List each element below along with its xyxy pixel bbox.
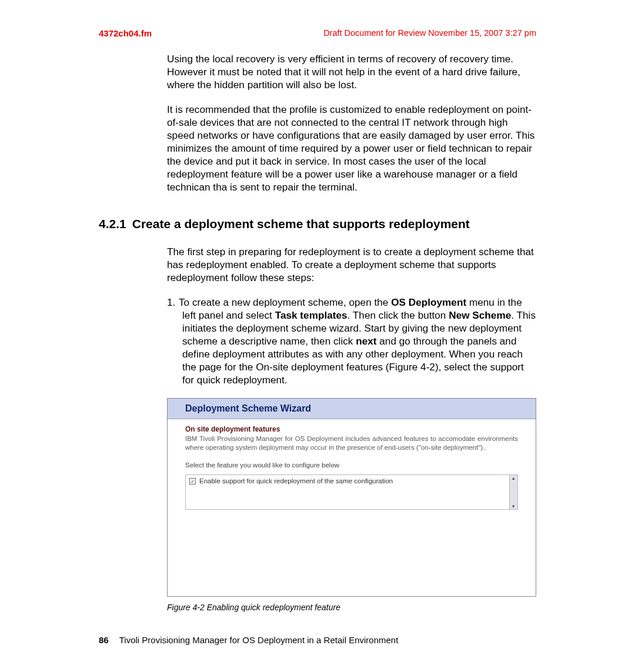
wizard-subheading: On site deployment features: [185, 425, 518, 433]
document-page: 4372ch04.fm Draft Document for Review No…: [0, 0, 635, 672]
section-number: 4.2.1: [99, 217, 126, 230]
header-filename: 4372ch04.fm: [99, 28, 152, 38]
section-heading: 4.2.1Create a deployment scheme that sup…: [99, 217, 536, 231]
wizard-description: IBM Tivoli Provisioning Manager for OS D…: [185, 434, 518, 452]
wizard-select-label: Select the feature you would like to con…: [185, 462, 518, 469]
paragraph-intro: The first step in preparing for redeploy…: [167, 245, 536, 284]
wizard-option-label: Enable support for quick redeployment of…: [199, 477, 393, 484]
paragraph-recommendation: It is recommended that the profile is cu…: [167, 103, 536, 193]
step-number: 1.: [167, 296, 179, 309]
wizard-title-bar: Deployment Scheme Wizard: [168, 399, 536, 419]
bold-os-deployment: OS Deployment: [391, 296, 466, 308]
section-title: Create a deployment scheme that supports…: [132, 217, 470, 230]
page-number: 86: [99, 635, 109, 645]
figure-wizard-screenshot: Deployment Scheme Wizard On site deploym…: [167, 398, 536, 597]
bold-next: next: [356, 335, 376, 347]
step-text: To create a new deployment scheme, open …: [179, 296, 536, 386]
paragraph-local-recovery: Using the local recovery is very efficie…: [167, 52, 536, 91]
figure-caption: Figure 4-2 Enabling quick redeployment f…: [167, 603, 536, 612]
wizard-body: On site deployment features IBM Tivoli P…: [168, 419, 536, 518]
footer-title: Tivoli Provisioning Manager for OS Deplo…: [119, 635, 399, 645]
checkbox-icon[interactable]: ✓: [189, 478, 196, 484]
step-1: 1.To create a new deployment scheme, ope…: [167, 296, 536, 386]
bold-task-templates: Task templates: [275, 309, 347, 321]
wizard-option-listbox[interactable]: ✓ Enable support for quick redeployment …: [185, 474, 518, 510]
scroll-up-icon[interactable]: ▴: [512, 475, 515, 481]
t: . Then click the button: [347, 309, 449, 321]
page-header: 4372ch04.fm Draft Document for Review No…: [99, 28, 536, 38]
header-draft-notice: Draft Document for Review November 15, 2…: [323, 28, 536, 38]
wizard-option-row[interactable]: ✓ Enable support for quick redeployment …: [189, 477, 514, 484]
page-footer: 86Tivoli Provisioning Manager for OS Dep…: [99, 635, 536, 645]
t: To create a new deployment scheme, open …: [179, 296, 391, 308]
scroll-down-icon[interactable]: ▾: [512, 503, 515, 509]
scrollbar[interactable]: ▴ ▾: [509, 474, 518, 510]
bold-new-scheme: New Scheme: [449, 309, 511, 321]
ordered-steps: 1.To create a new deployment scheme, ope…: [167, 296, 536, 386]
